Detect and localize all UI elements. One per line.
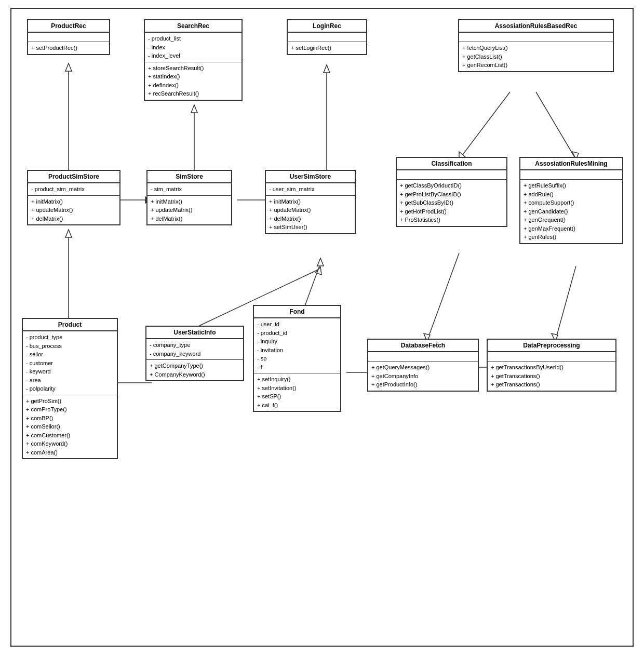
class-name-simStore: SimStore (147, 171, 231, 183)
methods-fond: + setInquiry()+ setInvitation()+ setSP()… (254, 373, 340, 411)
attributes-searchRec: - product_list- index- index_level (145, 33, 242, 62)
class-userStaticInfo: UserStaticInfo - company_type- company_k… (145, 326, 244, 381)
svg-line-17 (459, 92, 510, 159)
svg-marker-5 (324, 65, 330, 73)
class-name-userStaticInfo: UserStaticInfo (146, 327, 243, 339)
svg-line-21 (427, 253, 459, 341)
methods-productRec: + setProductRec() (28, 42, 109, 54)
class-databaseFetch: DatabaseFetch + getQueryMessages()+ getC… (367, 339, 479, 392)
attributes-productRec (28, 33, 109, 42)
svg-line-19 (536, 92, 576, 159)
attributes-userStaticInfo: - company_type- company_keyword (146, 339, 243, 360)
attributes-productSimStore: - product_sim_matrix (28, 183, 119, 196)
attributes-loginRec (288, 33, 366, 42)
methods-loginRec: + setLoginRec() (288, 42, 366, 54)
class-dataPreprocessing: DataPreprocessing + getTransactionsByUse… (487, 339, 616, 392)
svg-marker-1 (65, 63, 72, 71)
svg-marker-14 (315, 267, 321, 275)
methods-productSimStore: + initMatrix()+ updateMatrix()+ delMatri… (28, 196, 119, 225)
class-product: Product - product_type- bus_process- sel… (22, 318, 118, 459)
methods-assosiationRulesMining: + getRuleSuffix()+ addRule()+ computeSup… (520, 180, 622, 243)
class-name-searchRec: SearchRec (145, 20, 242, 33)
class-name-classification: Classification (397, 158, 506, 170)
methods-product: + getProSim()+ comProType()+ comBP()+ co… (23, 395, 117, 459)
methods-dataPreprocessing: + getTransactionsByUserId()+ getTranscat… (488, 362, 615, 391)
uml-diagram: ProductRec + setProductRec() SearchRec -… (10, 8, 634, 647)
class-searchRec: SearchRec - product_list- index- index_l… (144, 19, 243, 101)
class-simStore: SimStore - sim_matrix + initMatrix()+ up… (146, 170, 232, 225)
svg-line-23 (555, 266, 576, 341)
class-name-productRec: ProductRec (28, 20, 109, 33)
class-name-assosiationRulesMining: AssosiationRulesMining (520, 158, 622, 170)
class-name-loginRec: LoginRec (288, 20, 366, 33)
class-name-fond: Fond (254, 306, 340, 318)
attributes-assosiationRulesMining (520, 170, 622, 180)
methods-searchRec: + storeSearchResult()+ statIndex()+ defI… (145, 62, 242, 100)
class-userSimStore: UserSimStore - user_sim_matrix + initMat… (265, 170, 356, 234)
attributes-simStore: - sim_matrix (147, 183, 231, 196)
attributes-fond: - user_id- product_id- inquiry- invitati… (254, 318, 340, 373)
class-fond: Fond - user_id- product_id- inquiry- inv… (253, 305, 341, 412)
class-name-productSimStore: ProductSimStore (28, 171, 119, 183)
svg-marker-3 (191, 105, 197, 113)
methods-classification: + getClassByOriductID()+ getProListByCla… (397, 180, 506, 226)
attributes-product: - product_type- bus_process- sellor- cus… (23, 331, 117, 395)
class-productRec: ProductRec + setProductRec() (27, 19, 110, 55)
attributes-databaseFetch (368, 352, 478, 362)
methods-simStore: + initMatrix()+ updateMatrix()+ delMatri… (147, 196, 231, 225)
class-productSimStore: ProductSimStore - product_sim_matrix + i… (27, 170, 120, 225)
class-name-dataPreprocessing: DataPreprocessing (488, 340, 615, 352)
class-assosiationRulesBasedRec: AssosiationRulesBasedRec + fetchQueryLis… (458, 19, 614, 72)
class-classification: Classification + getClassByOriductID()+ … (396, 157, 507, 227)
methods-userSimStore: + initMatrix()+ updateMatrix()+ delMatri… (266, 196, 355, 233)
attributes-userSimStore: - user_sim_matrix (266, 183, 355, 196)
class-name-userSimStore: UserSimStore (266, 171, 355, 183)
methods-databaseFetch: + getQueryMessages()+ getCompanyInfo+ ge… (368, 362, 478, 391)
attributes-classification (397, 170, 506, 180)
class-name-product: Product (23, 319, 117, 331)
methods-assosiationRulesBasedRec: + fetchQueryList()+ getClassList()+ genR… (459, 42, 613, 71)
class-name-assosiationRulesBasedRec: AssosiationRulesBasedRec (459, 20, 613, 33)
class-loginRec: LoginRec + setLoginRec() (287, 19, 367, 55)
attributes-dataPreprocessing (488, 352, 615, 362)
class-assosiationRulesMining: AssosiationRulesMining + getRuleSuffix()… (519, 157, 623, 244)
methods-userStaticInfo: + getCompanyType()+ CompanyKeyword() (146, 360, 243, 380)
svg-line-15 (303, 263, 320, 310)
svg-marker-11 (65, 230, 72, 237)
attributes-assosiationRulesBasedRec (459, 33, 613, 42)
class-name-databaseFetch: DatabaseFetch (368, 340, 478, 352)
svg-marker-16 (317, 258, 324, 266)
